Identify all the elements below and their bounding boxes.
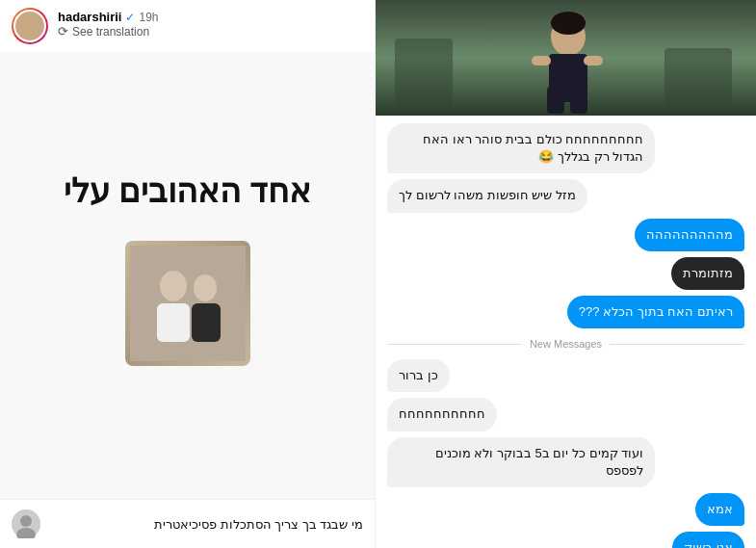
story-header: hadarshirii ✓ 19h ⟳ See translation [0,0,375,52]
comment-text: מי שבגד בך צריך הסתכלות פסיכיאטרית [48,517,363,532]
svg-rect-4 [192,303,221,342]
svg-rect-14 [570,87,587,114]
svg-rect-17 [395,39,453,106]
svg-point-3 [194,274,217,301]
see-translation-label: See translation [72,25,149,39]
svg-rect-13 [547,87,564,114]
right-panel: חחחחחחחחח כולם בבית סוהר ראו האח הגדול ר… [376,0,756,548]
see-translation-button[interactable]: ⟳ See translation [58,24,159,42]
verified-icon: ✓ [125,11,135,24]
svg-rect-15 [532,56,551,65]
chat-top-photo [376,0,756,116]
message-3: מההההההההה [635,219,744,251]
svg-point-6 [20,515,32,527]
svg-rect-18 [665,48,732,106]
story-content: אחד האהובים עלי [0,52,375,499]
message-8: ועוד קמים כל יום ב5 בבוקר ולא מוכנים לפס… [387,437,655,487]
message-9: אמא [695,493,744,526]
svg-rect-16 [584,56,603,65]
username[interactable]: hadarshirii [58,10,121,24]
message-10: אני בשוק [672,532,744,548]
message-2: מזל שיש חופשות משהו לרשום לך [387,179,587,212]
divider-text: New Messages [530,338,602,350]
username-row: hadarshirii ✓ 19h [58,10,159,24]
message-4: מזתומרת [671,257,744,290]
message-1: חחחחחחחחח כולם בבית סוהר ראו האח הגדול ר… [387,123,655,173]
svg-rect-2 [157,303,190,342]
messages-area[interactable]: חחחחחחחחח כולם בבית סוהר ראו האח הגדול ר… [376,116,756,548]
avatar [12,8,48,44]
story-big-text: אחד האהובים עלי [64,170,312,212]
left-panel: hadarshirii ✓ 19h ⟳ See translation אחד … [0,0,376,548]
commenter-avatar [12,509,40,538]
svg-rect-0 [130,246,246,361]
story-time: 19h [139,11,158,24]
message-7: חחחחחחחחחח [387,398,497,431]
divider-line-right [610,344,744,345]
user-info: hadarshirii ✓ 19h ⟳ See translation [58,10,159,42]
comment-section: מי שבגד בך צריך הסתכלות פסיכיאטרית [0,499,375,548]
message-6: כן ברור [387,359,450,392]
new-messages-divider: New Messages [387,338,744,350]
svg-point-1 [160,271,187,301]
story-photo [125,241,250,366]
divider-line-left [387,344,522,345]
svg-point-11 [551,12,586,35]
translate-icon: ⟳ [58,24,68,39]
photo-placeholder [125,241,250,366]
message-5: ראיתם האח בתוך הכלא ??? [567,296,744,328]
